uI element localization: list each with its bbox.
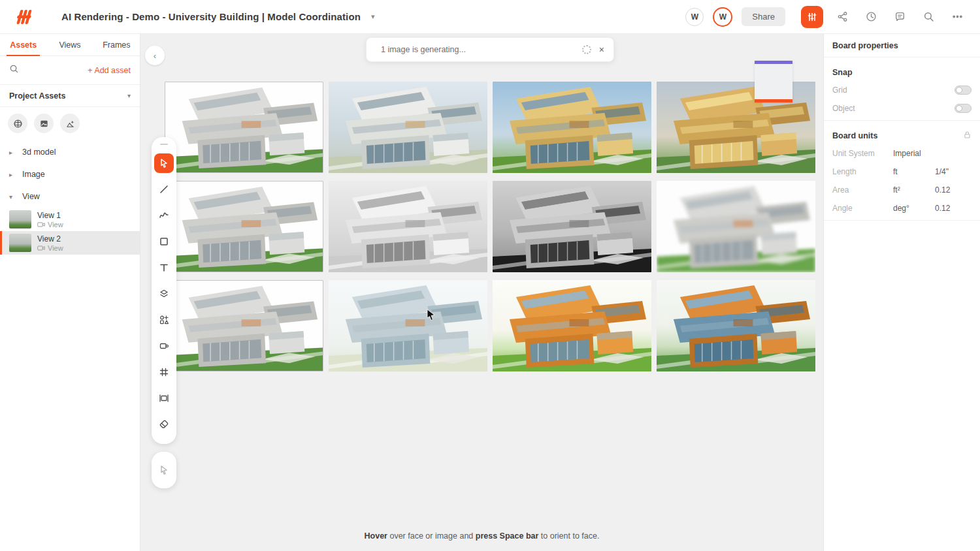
board-units-section: Board units Unit System Imperial Length …	[824, 121, 980, 221]
text-tool[interactable]	[154, 258, 174, 277]
view-1-item[interactable]: View 1 View	[0, 208, 140, 231]
drawing-toolbar	[152, 137, 176, 488]
comments-icon[interactable]	[890, 7, 909, 27]
app-logo-icon[interactable]	[12, 7, 38, 27]
render-image-3d-model-view[interactable]	[165, 280, 323, 371]
add-asset-button[interactable]: + Add asset	[88, 66, 131, 75]
snap-section: Snap Grid Object	[824, 57, 980, 121]
board-canvas[interactable]: ‹ 1 image is generating... × Hover over …	[140, 34, 823, 551]
progress-bar-bottom	[755, 99, 792, 102]
section-tool[interactable]	[154, 388, 174, 408]
project-assets-header[interactable]: Project Assets ▾	[0, 85, 140, 107]
render-image-watercolor-orange-render[interactable]	[493, 280, 651, 371]
more-options-icon[interactable]	[947, 7, 967, 27]
render-image-photoreal-white-render[interactable]	[329, 82, 487, 173]
render-grid	[165, 82, 815, 371]
lock-icon[interactable]	[963, 131, 972, 141]
toast-close-icon[interactable]: ×	[599, 45, 604, 54]
render-image-watercolor-pale-render[interactable]	[329, 280, 487, 371]
sliders-icon[interactable]	[801, 6, 823, 28]
camera-icon	[37, 245, 45, 251]
tree-item-image[interactable]: ▸ Image	[0, 163, 140, 185]
view-1-thumbnail	[9, 210, 31, 228]
draw-tool[interactable]	[154, 206, 174, 225]
layers-tool[interactable]	[154, 284, 174, 304]
search-icon[interactable]	[919, 7, 938, 27]
generation-toast: 1 image is generating... ×	[366, 37, 614, 62]
ai-image-filter-icon[interactable]	[60, 114, 80, 133]
collapse-sidebar-button[interactable]: ‹	[145, 46, 165, 65]
snap-object-row: Object	[832, 99, 972, 118]
render-image-black-white-render[interactable]	[329, 181, 487, 272]
grid-snap-toggle[interactable]	[955, 86, 972, 95]
tab-frames[interactable]: Frames	[93, 34, 140, 55]
view-2-thumbnail	[9, 234, 31, 252]
toolbar-pointer-group	[152, 452, 176, 488]
history-clock-icon[interactable]	[861, 7, 881, 27]
chevron-down-icon: ▾	[127, 92, 131, 99]
select-tool[interactable]	[154, 153, 174, 173]
snap-heading: Snap	[832, 64, 972, 81]
mouse-cursor-icon	[427, 309, 435, 321]
assets-sidebar: Assets Views Frames + Add asset Project …	[0, 34, 140, 551]
share-button[interactable]: Share	[742, 7, 785, 26]
area-precision-value: 0.12	[935, 181, 972, 199]
units-table: Unit System Imperial Length ft 1/4" Area…	[832, 144, 972, 217]
snap-grid-row: Grid	[832, 81, 972, 99]
document-title: AI Rendering - Demo - University Buildin…	[61, 11, 361, 22]
eraser-tool[interactable]	[154, 415, 174, 434]
angle-unit-value: deg°	[893, 199, 935, 217]
image-filter-icon[interactable]	[34, 114, 54, 133]
3d-object-filter-icon[interactable]	[8, 114, 27, 133]
chevron-right-icon: ▸	[9, 149, 22, 156]
area-unit-value: ft²	[893, 181, 935, 199]
camera-icon	[37, 221, 45, 228]
render-image-golden-facade-render[interactable]	[493, 82, 651, 173]
tree-item-3d-model[interactable]: ▸ 3d model	[0, 141, 140, 163]
asset-search-icon[interactable]	[9, 64, 19, 76]
generating-image-placeholder	[755, 61, 792, 102]
render-image-generating-blurred-view[interactable]	[657, 181, 815, 272]
camera-tool[interactable]	[154, 336, 174, 356]
selection-bar-top	[755, 61, 792, 64]
grid-tool[interactable]	[154, 362, 174, 382]
shapes-tool[interactable]	[154, 310, 174, 330]
sidebar-tabs: Assets Views Frames	[0, 34, 140, 56]
unit-system-value: Imperial	[893, 144, 935, 163]
spinner-icon	[582, 45, 591, 54]
render-image-black-white-contrast-render[interactable]	[493, 181, 651, 272]
render-image-3d-model-view[interactable]	[165, 82, 323, 173]
length-unit-value: ft	[893, 163, 935, 181]
object-snap-toggle[interactable]	[955, 104, 972, 113]
chevron-right-icon: ▸	[9, 171, 22, 178]
angle-precision-value: 0.12	[935, 199, 972, 217]
render-image-3d-model-view[interactable]	[165, 181, 323, 272]
tree-item-view[interactable]: ▾ View	[0, 185, 140, 208]
line-tool[interactable]	[154, 180, 174, 199]
board-units-heading: Board units	[832, 131, 877, 140]
collaborator-avatar[interactable]: W	[685, 8, 704, 26]
board-properties-panel: Board properties Snap Grid Object Board …	[823, 34, 980, 551]
length-precision-value: 1/4"	[935, 163, 972, 181]
toast-message: 1 image is generating...	[381, 45, 466, 54]
rectangle-tool[interactable]	[154, 232, 174, 251]
top-bar: AI Rendering - Demo - University Buildin…	[0, 0, 980, 34]
tab-assets[interactable]: Assets	[0, 34, 46, 55]
tab-views[interactable]: Views	[46, 34, 93, 55]
render-image-watercolor-mixed-render[interactable]	[657, 280, 815, 371]
toolbar-main	[152, 137, 176, 444]
chevron-down-icon: ▾	[9, 193, 22, 200]
share-nodes-icon[interactable]	[832, 7, 852, 27]
canvas-hint-text: Hover over face or image and press Space…	[140, 531, 823, 541]
title-dropdown-icon[interactable]: ▾	[371, 12, 375, 21]
pointer-tool[interactable]	[154, 460, 174, 480]
view-2-item[interactable]: View 2 View	[0, 231, 140, 255]
toolbar-drag-handle[interactable]	[160, 144, 168, 145]
panel-title: Board properties	[824, 34, 980, 57]
current-user-avatar[interactable]: W	[713, 7, 732, 27]
